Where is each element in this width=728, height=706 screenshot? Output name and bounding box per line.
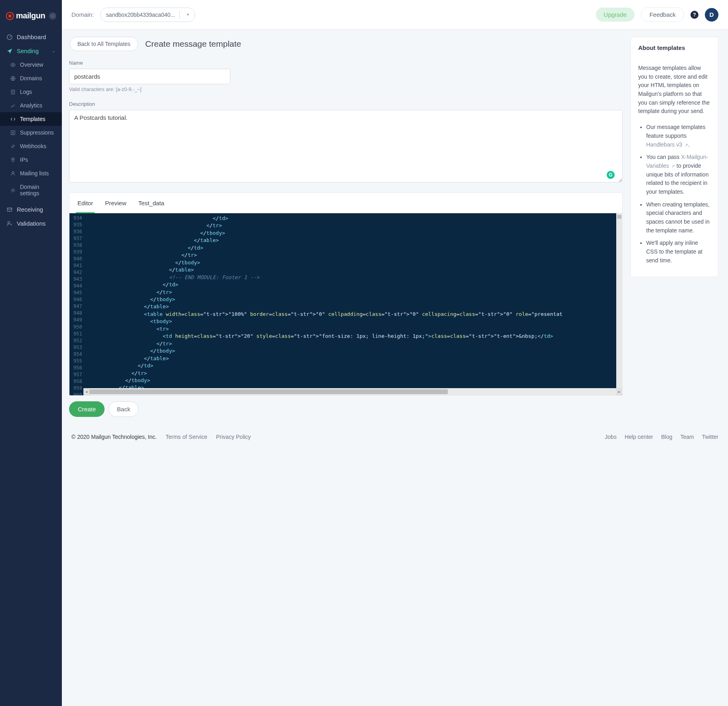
vertical-scrollbar[interactable] xyxy=(616,213,622,388)
info-paragraph: Message templates allow you to create, s… xyxy=(638,64,711,116)
name-hint: Valid characters are: [a-z0-9.-_~] xyxy=(69,87,623,92)
description-label: Description xyxy=(69,101,623,107)
logo[interactable]: mailgun xyxy=(6,11,45,20)
domain-select[interactable]: sandbox20bb4339aca040... ▾ xyxy=(100,8,195,22)
feedback-button[interactable]: Feedback xyxy=(641,7,684,22)
scroll-left-icon[interactable]: ◀ xyxy=(83,388,89,395)
svg-point-10 xyxy=(12,189,14,191)
svg-point-9 xyxy=(12,171,14,173)
svg-point-2 xyxy=(12,13,14,15)
sidebar-item-domains[interactable]: Domains xyxy=(0,71,62,85)
footer-help-link[interactable]: Help center xyxy=(625,434,653,440)
footer-jobs-link[interactable]: Jobs xyxy=(605,434,617,440)
sidebar-item-suppressions[interactable]: Suppressions xyxy=(0,126,62,139)
sidebar-label: Webhooks xyxy=(20,143,46,149)
help-icon[interactable]: ? xyxy=(690,11,698,19)
chart-icon xyxy=(10,102,16,109)
editor-card: Editor Preview Test_data 934935936937938… xyxy=(69,192,623,396)
footer-team-link[interactable]: Team xyxy=(681,434,694,440)
copyright: © 2020 Mailgun Technologies, Inc. xyxy=(71,434,157,440)
upgrade-button[interactable]: Upgrade xyxy=(596,8,635,22)
sidebar-label: Dashboard xyxy=(17,34,46,40)
separator xyxy=(179,11,180,19)
about-templates-card: About templates Message templates allow … xyxy=(631,37,718,277)
sidebar-label: Domains xyxy=(20,75,42,81)
sidebar-label: Sending xyxy=(17,48,39,54)
collapse-sidebar-button[interactable]: ‹ xyxy=(49,12,56,20)
back-to-templates-button[interactable]: Back to All Templates xyxy=(70,37,138,51)
gear-icon xyxy=(10,187,16,193)
globe-icon xyxy=(10,75,16,81)
create-button[interactable]: Create xyxy=(69,401,105,417)
footer-blog-link[interactable]: Blog xyxy=(661,434,673,440)
sidebar-label: Domain settings xyxy=(20,184,55,196)
x-square-icon xyxy=(10,129,16,136)
svg-point-8 xyxy=(12,159,13,159)
sidebar-item-dashboard[interactable]: Dashboard xyxy=(0,30,62,44)
sidebar-item-logs[interactable]: Logs xyxy=(0,85,62,99)
avatar[interactable]: D xyxy=(705,8,718,22)
info-bullet: When creating templates, special charact… xyxy=(646,200,711,235)
inbox-icon xyxy=(6,206,13,213)
sidebar-label: Mailing lists xyxy=(20,170,49,176)
tab-test-data[interactable]: Test_data xyxy=(138,200,164,207)
footer-tos-link[interactable]: Terms of Service xyxy=(166,434,207,440)
description-textarea[interactable] xyxy=(69,110,623,182)
logo-text: mailgun xyxy=(16,11,45,20)
info-heading: About templates xyxy=(638,44,711,51)
mailgun-logo-icon xyxy=(6,12,14,20)
sidebar-item-receiving[interactable]: Receiving xyxy=(0,202,62,216)
sidebar-item-ips[interactable]: IPs xyxy=(0,153,62,167)
info-bullet: Our message templates feature supports H… xyxy=(646,123,711,149)
file-icon xyxy=(10,89,16,95)
footer: © 2020 Mailgun Technologies, Inc. Terms … xyxy=(62,428,728,449)
sidebar-label: Templates xyxy=(20,116,46,122)
footer-twitter-link[interactable]: Twitter xyxy=(702,434,718,440)
check-user-icon xyxy=(6,220,13,227)
sidebar-label: IPs xyxy=(20,157,28,163)
line-gutter: 9349359369379389399409419429439449459469… xyxy=(69,213,85,395)
svg-point-12 xyxy=(8,221,10,223)
sidebar-item-sending[interactable]: Sending ⌄ xyxy=(0,44,62,58)
sidebar-label: Analytics xyxy=(20,102,42,109)
external-link-icon: ↗ xyxy=(684,143,688,147)
sidebar-label: Overview xyxy=(20,61,43,68)
tab-preview[interactable]: Preview xyxy=(105,200,126,207)
code-editor[interactable]: 9349359369379389399409419429439449459469… xyxy=(69,213,622,395)
sidebar: mailgun ‹ Dashboard Sending ⌄ Overview D… xyxy=(0,0,62,706)
chevron-down-icon: ▾ xyxy=(184,12,192,17)
sidebar-label: Receiving xyxy=(17,206,43,213)
external-link-icon: ↗ xyxy=(671,164,675,169)
pin-icon xyxy=(10,157,16,163)
editor-tabs: Editor Preview Test_data xyxy=(69,193,622,213)
link-icon xyxy=(10,143,16,149)
grammarly-icon[interactable]: G xyxy=(607,171,615,179)
sidebar-item-webhooks[interactable]: Webhooks xyxy=(0,139,62,153)
chevron-down-icon: ⌄ xyxy=(52,48,55,54)
name-input[interactable] xyxy=(69,69,230,84)
horizontal-scrollbar[interactable]: ◀ ▶ xyxy=(89,388,616,395)
name-label: Name xyxy=(69,60,623,66)
sidebar-item-analytics[interactable]: Analytics xyxy=(0,99,62,112)
code-content[interactable]: </td> </tr> </tbody> </table> </td> xyxy=(85,213,622,395)
sidebar-item-overview[interactable]: Overview xyxy=(0,58,62,71)
sidebar-label: Suppressions xyxy=(20,129,54,136)
handlebars-link[interactable]: Handlebars v3 ↗ xyxy=(646,141,688,148)
chevron-left-icon: ‹ xyxy=(52,14,53,18)
sidebar-item-validations[interactable]: Validations xyxy=(0,216,62,230)
footer-privacy-link[interactable]: Privacy Policy xyxy=(216,434,251,440)
topbar: Domain: sandbox20bb4339aca040... ▾ Upgra… xyxy=(62,0,728,30)
domain-label: Domain: xyxy=(71,11,94,18)
gauge-icon xyxy=(6,34,13,40)
paper-plane-icon xyxy=(6,48,13,54)
user-icon xyxy=(10,170,16,176)
scroll-right-icon[interactable]: ▶ xyxy=(616,388,622,395)
sidebar-item-domain-settings[interactable]: Domain settings xyxy=(0,180,62,200)
back-button[interactable]: Back xyxy=(109,401,138,417)
sidebar-item-mailing-lists[interactable]: Mailing lists xyxy=(0,167,62,180)
domain-select-value: sandbox20bb4339aca040... xyxy=(106,12,175,18)
sidebar-item-templates[interactable]: Templates xyxy=(0,112,62,126)
sidebar-label: Validations xyxy=(17,220,46,227)
code-icon xyxy=(10,116,16,122)
tab-editor[interactable]: Editor xyxy=(77,200,93,207)
